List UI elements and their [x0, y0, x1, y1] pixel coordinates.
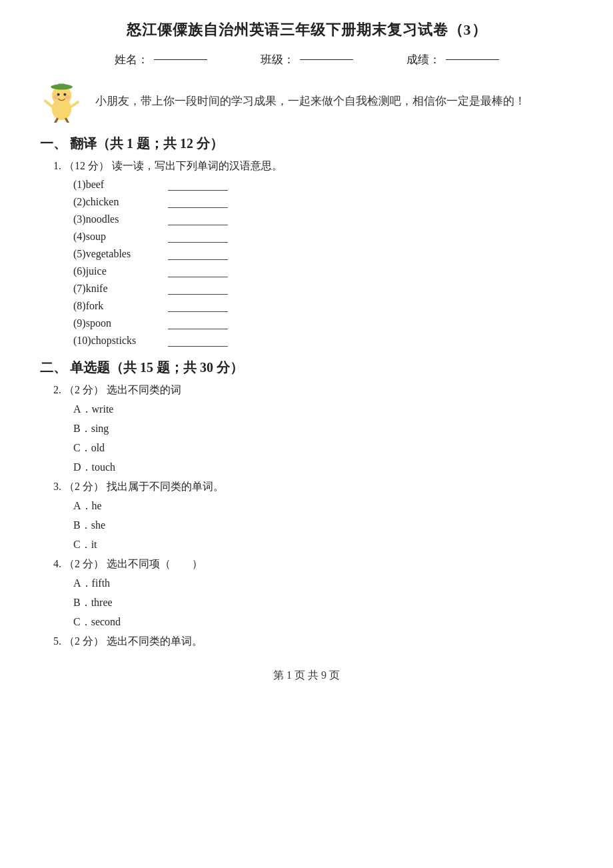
svg-line-8 [45, 101, 52, 107]
answer-blank [168, 265, 228, 277]
vocab-word: (4)soup [73, 231, 160, 243]
vocab-item: (1)beef [73, 179, 573, 191]
vocab-word: (8)fork [73, 300, 160, 312]
vocab-word: (10)chopsticks [73, 335, 160, 347]
option-item: B．three [73, 596, 573, 610]
svg-point-7 [65, 95, 70, 100]
vocab-word: (5)vegetables [73, 248, 160, 260]
vocab-list: (1)beef(2)chicken(3)noodles(4)soup(5)veg… [53, 179, 573, 347]
vocab-item: (10)chopsticks [73, 335, 573, 347]
vocab-word: (1)beef [73, 179, 160, 191]
question-1: 1. （12 分） 读一读，写出下列单词的汉语意思。 (1)beef(2)chi… [53, 159, 573, 347]
option-item: A．he [73, 499, 573, 513]
answer-blank [168, 283, 228, 295]
questions-list: 2. （2 分） 选出不同类的词A．writeB．singC．oldD．touc… [40, 383, 573, 649]
mascot-text: 小朋友，带上你一段时间的学习成果，一起来做个自我检测吧，相信你一定是最棒的！ [95, 93, 526, 109]
option-item: C．second [73, 615, 573, 629]
page-footer: 第 1 页 共 9 页 [40, 669, 573, 683]
question-header: 5. （2 分） 选出不同类的单词。 [53, 635, 573, 649]
svg-point-4 [57, 93, 60, 96]
section1-title: 一、 翻译（共 1 题；共 12 分） [40, 135, 573, 153]
vocab-item: (3)noodles [73, 213, 573, 225]
option-item: A．fifth [73, 577, 573, 591]
mascot-area: 小朋友，带上你一段时间的学习成果，一起来做个自我检测吧，相信你一定是最棒的！ [40, 79, 573, 123]
svg-line-9 [71, 102, 78, 107]
question-item: 2. （2 分） 选出不同类的词A．writeB．singC．oldD．touc… [53, 383, 573, 475]
score-field: 成绩： [406, 52, 499, 67]
question-header: 3. （2 分） 找出属于不同类的单词。 [53, 480, 573, 494]
vocab-word: (6)juice [73, 265, 160, 277]
vocab-word: (7)knife [73, 283, 160, 295]
vocab-word: (9)spoon [73, 317, 160, 329]
vocab-word: (3)noodles [73, 213, 160, 225]
section2-title: 二、 单选题（共 15 题；共 30 分） [40, 359, 573, 377]
answer-blank [168, 317, 228, 329]
svg-line-11 [66, 119, 68, 123]
option-item: A．write [73, 403, 573, 417]
vocab-item: (7)knife [73, 283, 573, 295]
vocab-item: (8)fork [73, 300, 573, 312]
answer-blank [168, 231, 228, 243]
question-header: 4. （2 分） 选出不同项（ ） [53, 557, 573, 571]
mascot-icon [40, 79, 83, 123]
vocab-word: (2)chicken [73, 196, 160, 208]
vocab-item: (4)soup [73, 231, 573, 243]
header-info: 姓名： 班级： 成绩： [40, 52, 573, 67]
svg-line-10 [55, 119, 57, 123]
option-item: B．sing [73, 422, 573, 436]
name-field: 姓名： [115, 52, 207, 67]
answer-blank [168, 300, 228, 312]
svg-point-6 [53, 95, 58, 100]
answer-blank [168, 179, 228, 191]
question-1-header: 1. （12 分） 读一读，写出下列单词的汉语意思。 [53, 159, 573, 173]
answer-blank [168, 335, 228, 347]
vocab-item: (6)juice [73, 265, 573, 277]
vocab-item: (5)vegetables [73, 248, 573, 260]
answer-blank [168, 196, 228, 208]
page-title: 怒江傈僳族自治州英语三年级下册期末复习试卷（3） [40, 20, 573, 40]
class-field: 班级： [261, 52, 353, 67]
question-item: 4. （2 分） 选出不同项（ ）A．fifthB．threeC．second [53, 557, 573, 629]
answer-blank [168, 248, 228, 260]
vocab-item: (9)spoon [73, 317, 573, 329]
option-item: C．it [73, 538, 573, 552]
question-header: 2. （2 分） 选出不同类的词 [53, 383, 573, 397]
svg-rect-3 [58, 84, 65, 89]
vocab-item: (2)chicken [73, 196, 573, 208]
svg-point-5 [63, 93, 66, 96]
option-item: B．she [73, 519, 573, 533]
option-item: C．old [73, 441, 573, 455]
question-item: 3. （2 分） 找出属于不同类的单词。A．heB．sheC．it [53, 480, 573, 552]
answer-blank [168, 213, 228, 225]
option-item: D．touch [73, 461, 573, 475]
question-item: 5. （2 分） 选出不同类的单词。 [53, 635, 573, 649]
